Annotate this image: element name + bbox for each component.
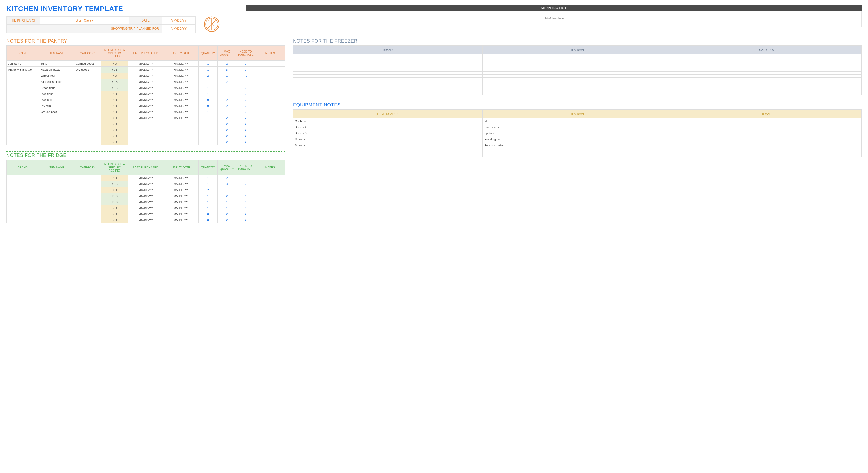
table-cell[interactable]: 2 bbox=[217, 211, 236, 217]
table-cell[interactable] bbox=[7, 199, 39, 205]
table-cell[interactable] bbox=[672, 55, 861, 57]
table-cell[interactable] bbox=[255, 61, 285, 67]
table-cell[interactable]: 1 bbox=[217, 91, 236, 97]
table-cell[interactable]: Storage bbox=[293, 142, 483, 148]
table-cell[interactable]: Roasting pan bbox=[483, 136, 672, 142]
table-cell[interactable] bbox=[74, 217, 101, 223]
table-cell[interactable]: MM/DD/YY bbox=[163, 91, 198, 97]
table-cell[interactable]: YES bbox=[101, 193, 128, 199]
table-cell[interactable] bbox=[39, 199, 74, 205]
table-cell[interactable]: YES bbox=[101, 79, 128, 85]
table-cell[interactable] bbox=[7, 79, 39, 85]
table-cell[interactable] bbox=[483, 83, 672, 86]
table-cell[interactable] bbox=[672, 124, 861, 130]
table-cell[interactable] bbox=[39, 121, 74, 127]
table-cell[interactable]: NO bbox=[101, 61, 128, 67]
table-cell[interactable]: 2 bbox=[236, 211, 255, 217]
table-cell[interactable]: MM/DD/YY bbox=[163, 85, 198, 91]
table-cell[interactable] bbox=[672, 130, 861, 136]
table-cell[interactable] bbox=[198, 139, 217, 145]
table-cell[interactable]: Anthony B and Co. bbox=[7, 67, 39, 73]
table-cell[interactable] bbox=[293, 92, 483, 95]
table-cell[interactable] bbox=[255, 205, 285, 211]
table-cell[interactable]: MM/DD/YY bbox=[128, 181, 163, 187]
table-cell[interactable]: 1 bbox=[198, 67, 217, 73]
table-cell[interactable]: YES bbox=[101, 85, 128, 91]
table-cell[interactable] bbox=[672, 136, 861, 142]
table-cell[interactable] bbox=[39, 115, 74, 121]
table-cell[interactable]: 1 bbox=[198, 181, 217, 187]
table-cell[interactable]: NO bbox=[101, 139, 128, 145]
table-cell[interactable] bbox=[39, 211, 74, 217]
table-cell[interactable] bbox=[128, 121, 163, 127]
table-cell[interactable]: 2 bbox=[217, 133, 236, 139]
table-cell[interactable]: 3 bbox=[217, 181, 236, 187]
table-cell[interactable]: MM/DD/YY bbox=[163, 217, 198, 223]
table-cell[interactable] bbox=[293, 77, 483, 80]
table-cell[interactable] bbox=[39, 139, 74, 145]
table-cell[interactable] bbox=[7, 133, 39, 139]
table-cell[interactable] bbox=[293, 66, 483, 69]
table-cell[interactable]: 0 bbox=[198, 97, 217, 103]
table-cell[interactable] bbox=[293, 154, 483, 157]
table-cell[interactable] bbox=[255, 67, 285, 73]
table-cell[interactable] bbox=[7, 85, 39, 91]
table-cell[interactable]: 2 bbox=[217, 115, 236, 121]
table-cell[interactable]: 2 bbox=[217, 139, 236, 145]
date-value[interactable]: MM/DD/YY bbox=[162, 16, 196, 25]
table-cell[interactable] bbox=[255, 85, 285, 91]
table-cell[interactable]: MM/DD/YY bbox=[128, 103, 163, 109]
table-cell[interactable] bbox=[483, 151, 672, 154]
table-cell[interactable]: MM/DD/YY bbox=[128, 109, 163, 115]
table-cell[interactable] bbox=[198, 115, 217, 121]
table-cell[interactable] bbox=[39, 133, 74, 139]
table-cell[interactable]: MM/DD/YY bbox=[163, 115, 198, 121]
shopping-list-body[interactable]: List of items here bbox=[246, 11, 862, 27]
table-cell[interactable]: MM/DD/YY bbox=[128, 67, 163, 73]
table-cell[interactable]: MM/DD/YY bbox=[128, 73, 163, 79]
table-cell[interactable]: MM/DD/YY bbox=[163, 61, 198, 67]
table-cell[interactable] bbox=[7, 175, 39, 181]
table-cell[interactable] bbox=[483, 154, 672, 157]
table-cell[interactable] bbox=[7, 121, 39, 127]
table-cell[interactable]: Drawer 2 bbox=[293, 124, 483, 130]
table-cell[interactable] bbox=[74, 103, 101, 109]
table-cell[interactable]: MM/DD/YY bbox=[163, 181, 198, 187]
table-cell[interactable]: 2 bbox=[236, 139, 255, 145]
table-cell[interactable] bbox=[163, 127, 198, 133]
table-cell[interactable] bbox=[74, 91, 101, 97]
table-cell[interactable]: 0 bbox=[236, 85, 255, 91]
table-cell[interactable] bbox=[293, 55, 483, 57]
table-cell[interactable]: MM/DD/YY bbox=[128, 205, 163, 211]
table-cell[interactable]: 1 bbox=[217, 205, 236, 211]
table-cell[interactable]: MM/DD/YY bbox=[163, 187, 198, 193]
table-cell[interactable]: NO bbox=[101, 133, 128, 139]
table-cell[interactable] bbox=[672, 69, 861, 72]
table-cell[interactable] bbox=[483, 80, 672, 83]
table-cell[interactable] bbox=[255, 79, 285, 85]
table-cell[interactable]: MM/DD/YY bbox=[128, 97, 163, 103]
table-cell[interactable] bbox=[128, 133, 163, 139]
table-cell[interactable]: 2 bbox=[217, 61, 236, 67]
table-cell[interactable]: 1 bbox=[198, 205, 217, 211]
table-cell[interactable] bbox=[255, 97, 285, 103]
table-cell[interactable]: MM/DD/YY bbox=[128, 61, 163, 67]
table-cell[interactable]: 2 bbox=[236, 127, 255, 133]
table-cell[interactable]: 1 bbox=[217, 187, 236, 193]
table-cell[interactable]: Wheat flour bbox=[39, 73, 74, 79]
table-cell[interactable] bbox=[483, 55, 672, 57]
table-cell[interactable]: 2 bbox=[236, 217, 255, 223]
table-cell[interactable]: 1 bbox=[236, 61, 255, 67]
table-cell[interactable] bbox=[74, 187, 101, 193]
table-cell[interactable] bbox=[7, 139, 39, 145]
table-cell[interactable]: Tuna bbox=[39, 61, 74, 67]
table-cell[interactable] bbox=[39, 217, 74, 223]
table-cell[interactable]: MM/DD/YY bbox=[163, 193, 198, 199]
table-cell[interactable]: YES bbox=[101, 181, 128, 187]
table-cell[interactable] bbox=[7, 127, 39, 133]
table-cell[interactable]: MM/DD/YY bbox=[163, 79, 198, 85]
table-cell[interactable] bbox=[255, 211, 285, 217]
table-cell[interactable]: MM/DD/YY bbox=[128, 217, 163, 223]
table-cell[interactable]: 1 bbox=[198, 175, 217, 181]
table-cell[interactable] bbox=[293, 89, 483, 92]
